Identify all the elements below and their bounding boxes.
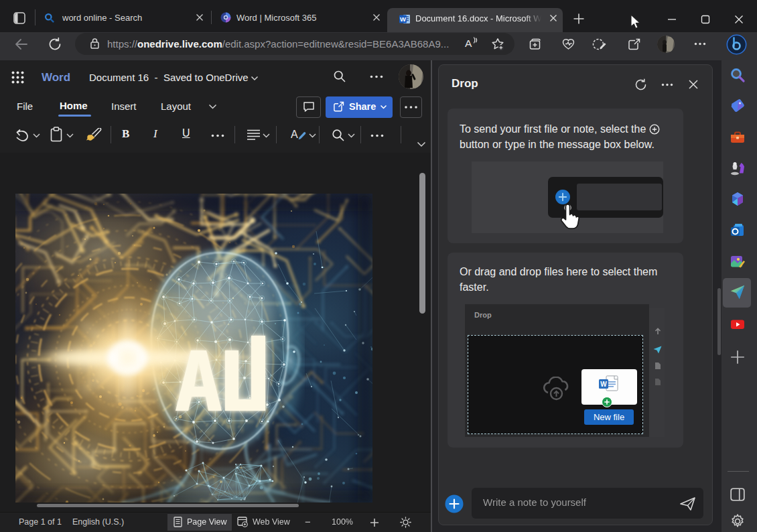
svg-text:W: W	[400, 15, 406, 23]
svg-text:W: W	[600, 381, 607, 388]
svg-text:A: A	[291, 129, 298, 140]
